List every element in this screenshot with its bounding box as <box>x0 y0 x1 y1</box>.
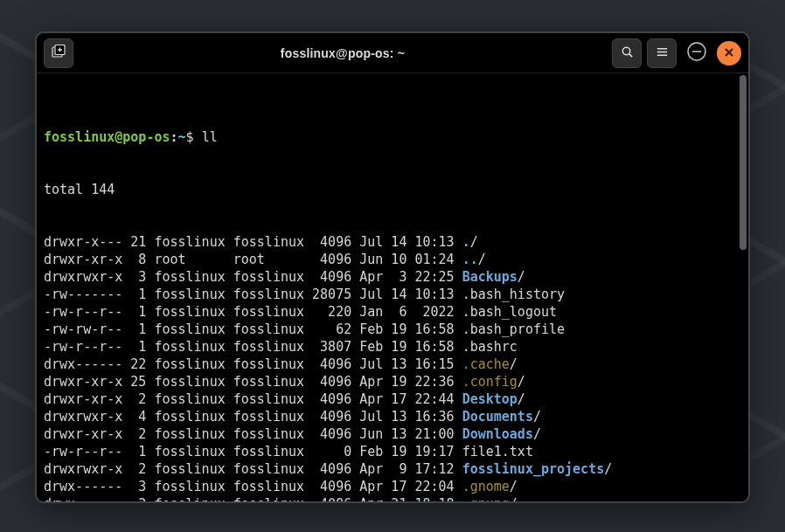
file-meta: drwxrwxr-x 2 fosslinux fosslinux 4096 Ap… <box>44 461 462 477</box>
window-title: fosslinux@pop-os: ~ <box>79 46 607 60</box>
file-name: Documents <box>462 409 533 425</box>
minimize-button[interactable] <box>682 38 712 68</box>
file-name: .gnome <box>462 479 510 494</box>
file-meta: drwxr-x--- 21 fosslinux fosslinux 4096 J… <box>44 234 462 250</box>
terminal-window: fosslinux@pop-os: ~ <box>35 31 750 503</box>
list-item: -rw-r--r-- 1 fosslinux fosslinux 0 Feb 1… <box>44 443 741 460</box>
new-tab-icon <box>52 45 66 61</box>
file-name: . <box>462 234 470 250</box>
prompt-line: fosslinux@pop-os:~$ ll <box>44 128 741 146</box>
file-name: file1.txt <box>462 444 533 459</box>
file-meta: drwxr-xr-x 2 fosslinux fosslinux 4096 Ap… <box>44 391 462 407</box>
file-name: .cache <box>462 356 510 372</box>
file-suffix: / <box>470 234 478 250</box>
file-name: .bash_history <box>462 287 565 302</box>
list-item: -rw-r--r-- 1 fosslinux fosslinux 220 Jan… <box>44 303 741 321</box>
file-suffix: / <box>533 409 541 425</box>
close-button[interactable] <box>717 41 741 66</box>
list-item: drwx------ 22 fosslinux fosslinux 4096 J… <box>44 356 741 373</box>
file-name: .gnupg <box>462 496 510 501</box>
file-meta: drwx------ 2 fosslinux fosslinux 4096 Ap… <box>44 496 462 501</box>
file-name: .bash_profile <box>462 321 565 337</box>
list-item: drwxr-xr-x 25 fosslinux fosslinux 4096 A… <box>44 373 741 390</box>
file-name: .bash_logout <box>462 304 557 320</box>
scrollbar[interactable] <box>740 75 747 250</box>
file-meta: -rw-r--r-- 1 fosslinux fosslinux 220 Jan… <box>44 304 462 320</box>
file-suffix: / <box>510 356 518 372</box>
list-item: drwxr-x--- 21 fosslinux fosslinux 4096 J… <box>44 233 741 251</box>
file-listing: drwxr-x--- 21 fosslinux fosslinux 4096 J… <box>44 233 741 501</box>
total-line: total 144 <box>44 181 741 198</box>
file-meta: drwxr-xr-x 8 root root 4096 Jun 10 01:24 <box>44 252 462 267</box>
list-item: drwx------ 3 fosslinux fosslinux 4096 Ap… <box>44 478 741 495</box>
prompt-command: ll <box>202 129 218 145</box>
file-suffix: / <box>533 426 541 442</box>
list-item: drwxr-xr-x 2 fosslinux fosslinux 4096 Ap… <box>44 390 741 408</box>
list-item: drwx------ 2 fosslinux fosslinux 4096 Ap… <box>44 495 741 501</box>
list-item: drwxr-xr-x 2 fosslinux fosslinux 4096 Ju… <box>44 425 741 443</box>
titlebar: fosslinux@pop-os: ~ <box>37 33 748 73</box>
file-name: Downloads <box>462 426 533 442</box>
file-suffix: / <box>604 461 612 477</box>
prompt-user-host: fosslinux@pop-os <box>44 129 170 145</box>
list-item: drwxr-xr-x 8 root root 4096 Jun 10 01:24… <box>44 251 741 268</box>
file-name: .. <box>462 252 478 267</box>
file-meta: drwxr-xr-x 2 fosslinux fosslinux 4096 Ju… <box>44 426 462 442</box>
file-suffix: / <box>478 252 486 267</box>
file-meta: drwx------ 3 fosslinux fosslinux 4096 Ap… <box>44 479 462 494</box>
file-meta: -rw------- 1 fosslinux fosslinux 28075 J… <box>44 287 462 302</box>
file-name: fosslinux_projects <box>462 461 605 477</box>
file-meta: drwxr-xr-x 25 fosslinux fosslinux 4096 A… <box>44 374 462 390</box>
menu-button[interactable] <box>647 38 677 68</box>
file-name: Backups <box>462 269 518 285</box>
list-item: -rw------- 1 fosslinux fosslinux 28075 J… <box>44 286 741 303</box>
file-meta: -rw-r--r-- 1 fosslinux fosslinux 3807 Fe… <box>44 339 462 355</box>
hamburger-icon <box>656 45 669 61</box>
file-suffix: / <box>510 479 518 494</box>
file-meta: drwxrwxr-x 4 fosslinux fosslinux 4096 Ju… <box>44 409 462 425</box>
list-item: drwxrwxr-x 3 fosslinux fosslinux 4096 Ap… <box>44 268 741 286</box>
file-suffix: / <box>518 374 525 390</box>
file-meta: drwxrwxr-x 3 fosslinux fosslinux 4096 Ap… <box>44 269 462 285</box>
file-meta: drwx------ 22 fosslinux fosslinux 4096 J… <box>44 356 462 372</box>
list-item: -rw-rw-r-- 1 fosslinux fosslinux 62 Feb … <box>44 321 741 338</box>
search-button[interactable] <box>612 38 642 68</box>
close-icon <box>724 46 734 60</box>
file-name: .bashrc <box>462 339 518 355</box>
prompt-dollar: $ <box>186 129 202 145</box>
search-icon <box>621 45 634 61</box>
minimize-icon <box>686 41 707 65</box>
file-meta: -rw-rw-r-- 1 fosslinux fosslinux 62 Feb … <box>44 321 462 337</box>
file-meta: -rw-r--r-- 1 fosslinux fosslinux 0 Feb 1… <box>44 444 462 459</box>
prompt-path: ~ <box>178 129 186 145</box>
list-item: -rw-r--r-- 1 fosslinux fosslinux 3807 Fe… <box>44 338 741 356</box>
file-suffix: / <box>518 391 525 407</box>
list-item: drwxrwxr-x 2 fosslinux fosslinux 4096 Ap… <box>44 460 741 478</box>
file-name: Desktop <box>462 391 518 407</box>
prompt-colon: : <box>170 129 178 145</box>
svg-point-2 <box>622 47 629 54</box>
file-suffix: / <box>518 269 525 285</box>
new-tab-button[interactable] <box>44 38 73 68</box>
file-name: .config <box>462 374 518 390</box>
list-item: drwxrwxr-x 4 fosslinux fosslinux 4096 Ju… <box>44 408 741 425</box>
terminal-body[interactable]: fosslinux@pop-os:~$ ll total 144 drwxr-x… <box>37 73 748 501</box>
file-suffix: / <box>510 496 518 501</box>
